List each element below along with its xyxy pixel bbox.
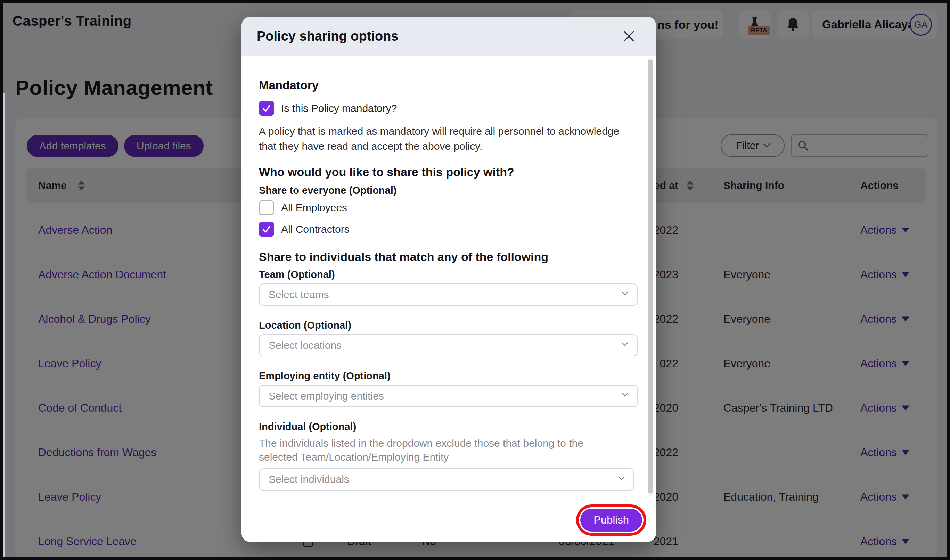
- modal-title: Policy sharing options: [257, 17, 399, 55]
- checkbox-unchecked-icon[interactable]: [259, 200, 274, 215]
- chevron-down-icon: [622, 390, 628, 396]
- close-icon[interactable]: [621, 28, 637, 44]
- individual-label: Individual (Optional): [259, 421, 356, 432]
- policy-sharing-modal: Policy sharing options Mandatory Is this…: [242, 17, 656, 542]
- select-locations-placeholder: Select locations: [269, 335, 342, 356]
- window-edge: [3, 93, 5, 557]
- all-contractors-checkbox-row[interactable]: All Contractors: [259, 221, 350, 238]
- checkbox-checked-icon[interactable]: [259, 101, 274, 116]
- checkbox-checked-icon[interactable]: [259, 222, 274, 237]
- chevron-down-icon: [622, 339, 628, 346]
- select-employing-entities-dropdown[interactable]: Select employing entities: [259, 385, 637, 407]
- location-label: Location (Optional): [259, 320, 351, 331]
- mandatory-checkbox-label: Is this Policy mandatory?: [281, 103, 397, 114]
- individuals-heading: Share to individuals that match any of t…: [259, 250, 548, 264]
- select-employing-entities-placeholder: Select employing entities: [269, 386, 384, 406]
- mandatory-checkbox-row[interactable]: Is this Policy mandatory?: [259, 100, 397, 117]
- mandatory-heading: Mandatory: [259, 78, 319, 92]
- all-contractors-label: All Contractors: [281, 223, 350, 235]
- select-individuals-placeholder: Select individuals: [269, 469, 349, 490]
- employing-entity-label: Employing entity (Optional): [259, 370, 391, 382]
- publish-button[interactable]: Publish: [580, 509, 642, 532]
- all-employees-checkbox-row[interactable]: All Employees: [259, 199, 347, 216]
- modal-scrollbar-thumb[interactable]: [648, 60, 653, 493]
- share-everyone-label: Share to everyone (Optional): [259, 185, 396, 196]
- modal-header: Policy sharing options: [242, 17, 656, 55]
- policy-management-page: Casper's Training ns for you! BETA Gabri…: [0, 0, 950, 560]
- mandatory-description: A policy that is marked as mandatory wil…: [259, 124, 634, 154]
- team-label: Team (Optional): [259, 269, 335, 280]
- share-heading: Who would you like to share this policy …: [259, 165, 514, 179]
- select-teams-dropdown[interactable]: Select teams: [259, 283, 637, 306]
- chevron-down-icon: [618, 474, 624, 480]
- select-individuals-dropdown[interactable]: Select individuals: [259, 468, 634, 491]
- all-employees-label: All Employees: [281, 202, 347, 214]
- select-teams-placeholder: Select teams: [269, 284, 329, 305]
- individual-description: The individuals listed in the dropdown e…: [259, 436, 610, 464]
- select-locations-dropdown[interactable]: Select locations: [259, 334, 637, 357]
- chevron-down-icon: [622, 289, 628, 295]
- modal-footer: Publish: [242, 496, 656, 542]
